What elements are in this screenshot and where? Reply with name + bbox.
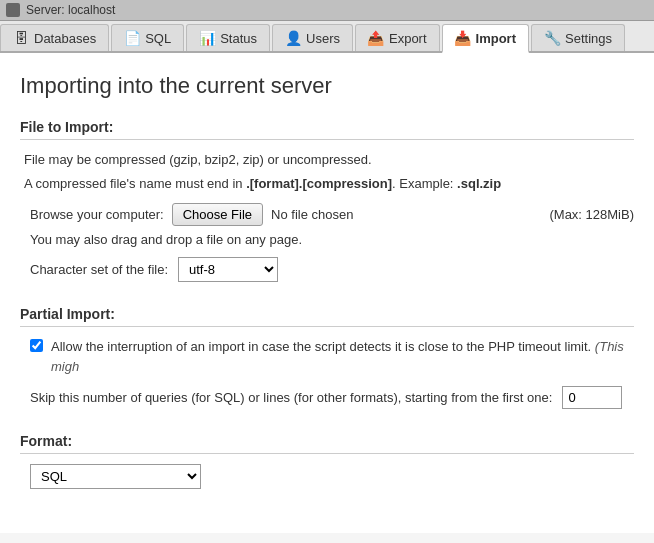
- charset-row: Character set of the file: utf-8 latin1 …: [30, 257, 634, 282]
- format-header: Format:: [20, 433, 634, 454]
- interrupt-checkbox[interactable]: [30, 339, 43, 352]
- window-icon: [6, 3, 20, 17]
- tab-settings[interactable]: 🔧 Settings: [531, 24, 625, 51]
- tab-databases[interactable]: 🗄 Databases: [0, 24, 109, 51]
- users-icon: 👤: [285, 30, 301, 46]
- skip-input[interactable]: [562, 386, 622, 409]
- format-content: SQL CSV CSV using LOAD DATA ODS Texy! te…: [20, 464, 634, 489]
- max-size-text: (Max: 128MiB): [549, 207, 634, 222]
- databases-icon: 🗄: [13, 30, 29, 46]
- title-bar: Server: localhost: [0, 0, 654, 21]
- tab-export[interactable]: 📤 Export: [355, 24, 440, 51]
- format-select-row: SQL CSV CSV using LOAD DATA ODS Texy! te…: [24, 464, 634, 489]
- tab-status-label: Status: [220, 31, 257, 46]
- tab-databases-label: Databases: [34, 31, 96, 46]
- main-content: Importing into the current server File t…: [0, 53, 654, 533]
- browse-label: Browse your computer:: [30, 207, 164, 222]
- file-section-header: File to Import:: [20, 119, 634, 140]
- tab-export-label: Export: [389, 31, 427, 46]
- tab-status[interactable]: 📊 Status: [186, 24, 270, 51]
- tab-sql[interactable]: 📄 SQL: [111, 24, 184, 51]
- skip-label: Skip this number of queries (for SQL) or…: [30, 390, 552, 405]
- tab-import[interactable]: 📥 Import: [442, 24, 529, 53]
- file-to-import-section: File to Import: File may be compressed (…: [20, 119, 634, 282]
- sql-icon: 📄: [124, 30, 140, 46]
- file-section-content: File may be compressed (gzip, bzip2, zip…: [20, 150, 634, 282]
- file-info-line1: File may be compressed (gzip, bzip2, zip…: [24, 150, 634, 170]
- file-example: .sql.zip: [457, 176, 501, 191]
- tab-import-label: Import: [476, 31, 516, 46]
- format-select[interactable]: SQL CSV CSV using LOAD DATA ODS Texy! te…: [30, 464, 201, 489]
- tab-settings-label: Settings: [565, 31, 612, 46]
- file-info-line2: A compressed file's name must end in .[f…: [24, 174, 634, 194]
- interrupt-label-text: Allow the interruption of an import in c…: [51, 339, 591, 354]
- tab-sql-label: SQL: [145, 31, 171, 46]
- tab-users-label: Users: [306, 31, 340, 46]
- title-bar-label: Server: localhost: [26, 3, 115, 17]
- partial-import-content: Allow the interruption of an import in c…: [20, 337, 634, 409]
- tab-users[interactable]: 👤 Users: [272, 24, 353, 51]
- file-format-bold: .[format].[compression]: [246, 176, 392, 191]
- charset-label: Character set of the file:: [30, 262, 168, 277]
- file-info-line2-pre: A compressed file's name must end in: [24, 176, 246, 191]
- interrupt-checkbox-row: Allow the interruption of an import in c…: [24, 337, 634, 376]
- settings-icon: 🔧: [544, 30, 560, 46]
- interrupt-label: Allow the interruption of an import in c…: [51, 337, 634, 376]
- import-icon: 📥: [455, 30, 471, 46]
- skip-row: Skip this number of queries (for SQL) or…: [24, 386, 634, 409]
- format-section: Format: SQL CSV CSV using LOAD DATA ODS …: [20, 433, 634, 489]
- no-file-text: No file chosen: [271, 207, 353, 222]
- file-info-line2-mid: . Example:: [392, 176, 457, 191]
- choose-file-button[interactable]: Choose File: [172, 203, 263, 226]
- page-title: Importing into the current server: [20, 73, 634, 99]
- status-icon: 📊: [199, 30, 215, 46]
- tab-bar: 🗄 Databases 📄 SQL 📊 Status 👤 Users 📤 Exp…: [0, 21, 654, 53]
- charset-select[interactable]: utf-8 latin1 utf-16 utf-32 ascii: [178, 257, 278, 282]
- partial-import-section: Partial Import: Allow the interruption o…: [20, 306, 634, 409]
- drag-drop-text: You may also drag and drop a file on any…: [30, 232, 634, 247]
- export-icon: 📤: [368, 30, 384, 46]
- file-input-row: Browse your computer: Choose File No fil…: [24, 203, 634, 226]
- partial-import-header: Partial Import:: [20, 306, 634, 327]
